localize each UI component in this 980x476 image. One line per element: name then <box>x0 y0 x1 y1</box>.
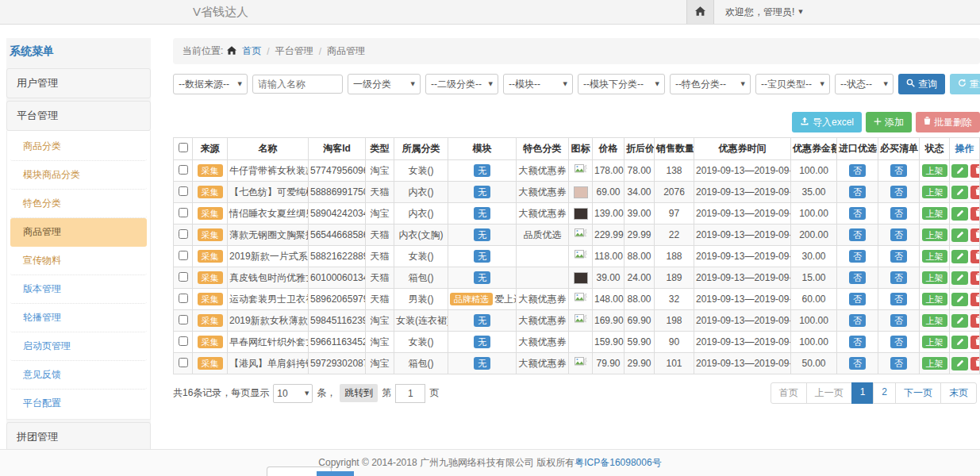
edit-button[interactable] <box>951 186 968 199</box>
sidebar-item-0[interactable]: 商品分类 <box>10 132 147 161</box>
delete-button[interactable] <box>970 336 980 349</box>
row-checkbox[interactable] <box>179 315 188 324</box>
row-checkbox[interactable] <box>179 358 188 367</box>
must-buy-toggle[interactable]: 否 <box>890 164 907 177</box>
reset-button[interactable]: 重置 <box>950 74 980 94</box>
import-optional-toggle[interactable]: 否 <box>849 336 866 348</box>
row-checkbox[interactable] <box>179 272 188 282</box>
sidebar-item-8[interactable]: 意见反馈 <box>10 361 147 390</box>
sidebar-item-1[interactable]: 模块商品分类 <box>10 161 147 190</box>
status-badge[interactable]: 上架 <box>922 314 947 327</box>
delete-button[interactable] <box>970 293 980 306</box>
icp-link[interactable]: 粤ICP备16098006号 <box>575 456 661 470</box>
edit-button[interactable] <box>951 336 968 349</box>
filter-feature-category[interactable]: --特色分类--▼ <box>670 74 751 94</box>
import-optional-toggle[interactable]: 否 <box>849 314 866 327</box>
import-optional-toggle[interactable]: 否 <box>849 250 866 263</box>
delete-button[interactable] <box>970 228 980 242</box>
edit-button[interactable] <box>951 250 968 263</box>
page-button-首页[interactable]: 首页 <box>771 382 807 404</box>
import-optional-toggle[interactable]: 否 <box>849 186 866 198</box>
status-badge[interactable]: 上架 <box>922 336 947 348</box>
sidebar-item-6[interactable]: 轮播管理 <box>10 304 147 332</box>
breadcrumb-home-link[interactable]: 首页 <box>242 44 261 58</box>
filter-level2-category[interactable]: --二级分类--▼ <box>425 74 498 94</box>
import-optional-toggle[interactable]: 否 <box>849 164 866 177</box>
select-all-checkbox[interactable] <box>179 143 188 152</box>
edit-button[interactable] <box>951 293 968 306</box>
delete-button[interactable] <box>970 186 980 199</box>
status-badge[interactable]: 上架 <box>922 357 947 370</box>
batch-delete-button[interactable]: 批量删除 <box>916 112 980 132</box>
status-badge[interactable]: 上架 <box>922 271 947 284</box>
sidebar-item-3[interactable]: 商品管理 <box>10 218 147 247</box>
status-badge[interactable]: 上架 <box>922 207 947 220</box>
import-optional-toggle[interactable]: 否 <box>849 271 866 284</box>
must-buy-toggle[interactable]: 否 <box>890 336 907 348</box>
row-checkbox[interactable] <box>179 165 188 175</box>
user-menu[interactable]: 欢迎您，管理员! ▼ <box>725 6 803 19</box>
filter-module-subcategory[interactable]: --模块下分类--▼ <box>578 74 665 94</box>
status-badge[interactable]: 上架 <box>922 164 947 177</box>
import-optional-toggle[interactable]: 否 <box>849 207 866 220</box>
delete-button[interactable] <box>970 207 980 221</box>
row-checkbox[interactable] <box>179 294 188 303</box>
page-button-下一页[interactable]: 下一页 <box>895 382 941 404</box>
must-buy-toggle[interactable]: 否 <box>890 250 907 263</box>
delete-button[interactable] <box>970 314 980 328</box>
filter-level1-category[interactable]: 一级分类▼ <box>348 74 421 94</box>
row-checkbox[interactable] <box>179 251 188 260</box>
must-buy-toggle[interactable]: 否 <box>890 228 907 241</box>
row-checkbox[interactable] <box>179 229 188 239</box>
import-optional-toggle[interactable]: 否 <box>849 228 866 241</box>
import-optional-toggle[interactable]: 否 <box>849 357 866 370</box>
filter-item-type[interactable]: --宝贝类型--▼ <box>755 74 830 94</box>
filter-data-source[interactable]: --数据来源--▼ <box>173 74 248 94</box>
status-badge[interactable]: 上架 <box>922 250 947 263</box>
sidebar-group-1[interactable]: 平台管理 <box>6 101 151 131</box>
edit-button[interactable] <box>951 357 968 370</box>
page-button-2[interactable]: 2 <box>873 382 896 404</box>
status-badge[interactable]: 上架 <box>922 186 947 198</box>
sidebar-group-2[interactable]: 拼团管理 <box>6 422 151 452</box>
must-buy-toggle[interactable]: 否 <box>890 271 907 284</box>
edit-button[interactable] <box>951 271 968 285</box>
name-search-input[interactable] <box>252 75 343 94</box>
edit-button[interactable] <box>951 228 968 242</box>
filter-module[interactable]: --模块--▼ <box>503 74 573 94</box>
status-badge[interactable]: 上架 <box>922 228 947 241</box>
delete-button[interactable] <box>970 164 980 178</box>
filter-status[interactable]: --状态--▼ <box>835 74 894 94</box>
status-badge[interactable]: 上架 <box>922 293 947 305</box>
delete-button[interactable] <box>970 357 980 370</box>
page-button-末页[interactable]: 末页 <box>940 382 977 404</box>
must-buy-toggle[interactable]: 否 <box>890 293 907 305</box>
import-optional-toggle[interactable]: 否 <box>849 293 866 305</box>
page-button-1[interactable]: 1 <box>851 382 874 404</box>
sidebar-item-7[interactable]: 启动页管理 <box>10 332 147 361</box>
add-button[interactable]: 添加 <box>866 112 912 132</box>
sidebar-item-2[interactable]: 特色分类 <box>10 190 147 218</box>
edit-button[interactable] <box>951 314 968 328</box>
row-checkbox[interactable] <box>179 186 188 196</box>
page-button-上一页[interactable]: 上一页 <box>806 382 852 404</box>
must-buy-toggle[interactable]: 否 <box>890 314 907 327</box>
must-buy-toggle[interactable]: 否 <box>890 357 907 370</box>
edit-button[interactable] <box>951 207 968 221</box>
jump-page-input[interactable] <box>395 384 425 403</box>
jump-button[interactable]: 跳转到 <box>340 384 378 402</box>
sidebar-item-4[interactable]: 宣传物料 <box>10 247 147 275</box>
delete-button[interactable] <box>970 250 980 263</box>
delete-button[interactable] <box>970 271 980 285</box>
sidebar-group-0[interactable]: 用户管理 <box>6 68 151 98</box>
search-button[interactable]: 查询 <box>898 74 945 94</box>
must-buy-toggle[interactable]: 否 <box>890 207 907 220</box>
row-checkbox[interactable] <box>179 208 188 217</box>
sidebar-item-5[interactable]: 版本管理 <box>10 275 147 304</box>
must-buy-toggle[interactable]: 否 <box>890 186 907 198</box>
sidebar-item-9[interactable]: 平台配置 <box>10 390 147 417</box>
home-button[interactable] <box>686 0 714 24</box>
edit-button[interactable] <box>951 164 968 178</box>
row-checkbox[interactable] <box>179 336 188 346</box>
import-excel-button[interactable]: 导入excel <box>792 112 862 132</box>
